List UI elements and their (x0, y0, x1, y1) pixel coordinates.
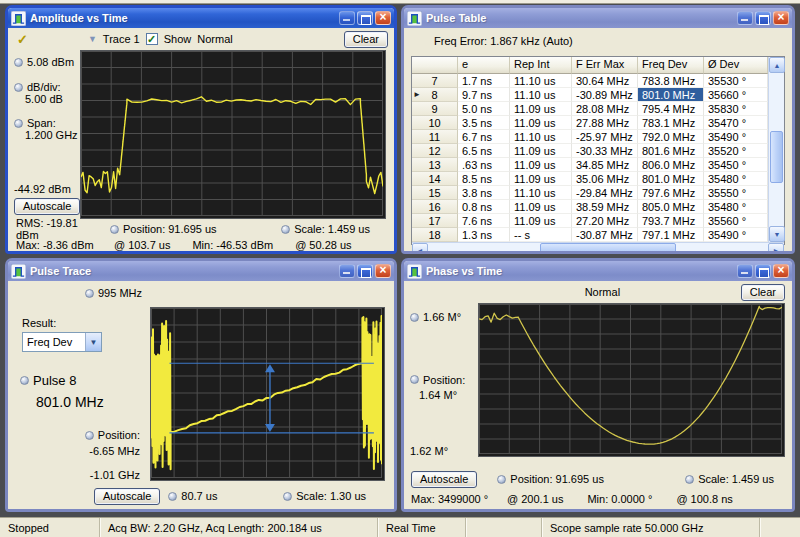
table-cell[interactable]: 35520 ° (704, 144, 768, 158)
table-cell[interactable]: 801.0 MHz (638, 88, 704, 102)
table-cell[interactable]: 35560 ° (704, 214, 768, 228)
top-scale-knob-icon[interactable] (85, 289, 94, 298)
table-cell[interactable]: 35470 ° (704, 116, 768, 130)
table-cell[interactable]: 11.09 us (510, 102, 572, 116)
table-cell[interactable]: 11.09 us (510, 116, 572, 130)
table-cell[interactable]: 11.09 us (510, 214, 572, 228)
table-cell[interactable]: 11.10 us (510, 88, 572, 102)
table-cell[interactable]: 27.20 MHz (572, 214, 638, 228)
scale-knob-icon[interactable] (685, 475, 694, 484)
horizontal-scrollbar[interactable]: ◄ ► (412, 242, 784, 254)
scale-knob-icon[interactable] (283, 492, 292, 501)
table-row[interactable]: 181.3 ns-- s-30.87 MHz797.1 MHz35490 ° (412, 228, 768, 242)
table-cell[interactable]: 34.85 MHz (572, 158, 638, 172)
table-cell[interactable]: 783.8 MHz (638, 74, 704, 88)
table-cell[interactable]: 35530 ° (704, 74, 768, 88)
position-knob-icon[interactable] (410, 375, 419, 384)
table-cell[interactable]: .63 ns (458, 158, 510, 172)
table-cell[interactable]: 11.09 us (510, 200, 572, 214)
table-row[interactable]: 126.5 ns11.09 us-30.33 MHz801.6 MHz35520… (412, 144, 768, 158)
trace-selector[interactable]: Trace 1 (103, 33, 140, 45)
table-cell[interactable]: 6.7 ns (458, 130, 510, 144)
table-cell[interactable]: 801.0 MHz (638, 172, 704, 186)
table-cell[interactable]: 35490 ° (704, 228, 768, 242)
row-number-cell[interactable]: 7 (412, 74, 458, 88)
close-button[interactable] (375, 264, 391, 278)
table-cell[interactable]: -30.89 MHz (572, 88, 638, 102)
result-combobox[interactable]: Freq Dev ▼ (22, 332, 102, 352)
table-cell[interactable]: 35480 ° (704, 172, 768, 186)
table-cell[interactable]: 7.6 ns (458, 214, 510, 228)
table-row[interactable]: 116.7 ns11.10 us-25.97 MHz792.0 MHz35490… (412, 130, 768, 144)
scroll-up-icon[interactable]: ▲ (769, 57, 785, 73)
table-cell[interactable]: -25.97 MHz (572, 130, 638, 144)
table-cell[interactable]: 11.10 us (510, 130, 572, 144)
maximize-button[interactable] (357, 264, 373, 278)
table-cell[interactable]: 801.6 MHz (638, 144, 704, 158)
table-cell[interactable]: 1.3 ns (458, 228, 510, 242)
clear-button[interactable]: Clear (741, 284, 785, 301)
dbdiv-knob-icon[interactable] (14, 83, 23, 92)
table-cell[interactable]: 795.4 MHz (638, 102, 704, 116)
vertical-scrollbar[interactable]: ▲ ▼ (768, 57, 784, 242)
table-cell[interactable]: 35.06 MHz (572, 172, 638, 186)
span-knob-icon[interactable] (14, 119, 23, 128)
table-cell[interactable]: 806.0 MHz (638, 158, 704, 172)
table-cell[interactable]: -30.87 MHz (572, 228, 638, 242)
column-header[interactable]: Freq Dev (638, 57, 704, 74)
table-cell[interactable]: 11.09 us (510, 158, 572, 172)
scroll-down-icon[interactable]: ▼ (769, 226, 785, 242)
table-cell[interactable]: 3.8 ns (458, 186, 510, 200)
maximize-button[interactable] (357, 11, 373, 25)
table-row[interactable]: 160.8 ns11.09 us38.59 MHz805.0 MHz35480 … (412, 200, 768, 214)
row-number-cell[interactable]: 13 (412, 158, 458, 172)
row-number-cell[interactable]: ►8 (412, 88, 458, 102)
row-number-cell[interactable]: 16 (412, 200, 458, 214)
row-number-cell[interactable]: 15 (412, 186, 458, 200)
autoscale-button[interactable]: Autoscale (94, 488, 160, 505)
titlebar-phase[interactable]: Phase vs Time (404, 261, 792, 281)
column-header[interactable]: Rep Int (510, 57, 572, 74)
top-scale-knob-icon[interactable] (410, 313, 419, 322)
table-cell[interactable]: 3.5 ns (458, 116, 510, 130)
table-cell[interactable]: 35450 ° (704, 158, 768, 172)
table-cell[interactable]: 5.0 ns (458, 102, 510, 116)
table-row[interactable]: ►89.7 ns11.10 us-30.89 MHz801.0 MHz35660… (412, 88, 768, 102)
titlebar-pulse-table[interactable]: Pulse Table (404, 8, 792, 28)
scroll-right-icon[interactable]: ► (768, 243, 784, 254)
vertical-scroll-track[interactable] (769, 73, 784, 226)
table-cell[interactable]: -- s (510, 228, 572, 242)
table-row[interactable]: 148.5 ns11.09 us35.06 MHz801.0 MHz35480 … (412, 172, 768, 186)
table-cell[interactable]: -29.84 MHz (572, 186, 638, 200)
table-cell[interactable]: 11.10 us (510, 186, 572, 200)
minimize-button[interactable] (339, 264, 355, 278)
table-cell[interactable]: 11.09 us (510, 144, 572, 158)
maximize-button[interactable] (755, 11, 771, 25)
table-cell[interactable]: -30.33 MHz (572, 144, 638, 158)
pulse-select-knob-icon[interactable] (20, 376, 29, 385)
autoscale-button[interactable]: Autoscale (411, 471, 477, 488)
position-knob-icon[interactable] (110, 225, 119, 234)
table-cell[interactable]: 30.64 MHz (572, 74, 638, 88)
scale-knob-icon[interactable] (281, 225, 290, 234)
row-number-cell[interactable]: 9 (412, 102, 458, 116)
table-cell[interactable]: 35550 ° (704, 186, 768, 200)
row-number-cell[interactable]: 11 (412, 130, 458, 144)
row-number-cell[interactable]: 18 (412, 228, 458, 242)
table-cell[interactable]: 783.1 MHz (638, 116, 704, 130)
row-number-cell[interactable]: 10 (412, 116, 458, 130)
horizontal-scroll-track[interactable] (428, 243, 768, 254)
table-cell[interactable]: 11.10 us (510, 74, 572, 88)
table-cell[interactable]: 805.0 MHz (638, 200, 704, 214)
table-cell[interactable]: 797.6 MHz (638, 186, 704, 200)
table-cell[interactable]: 0.8 ns (458, 200, 510, 214)
column-header[interactable]: F Err Max (572, 57, 638, 74)
vertical-scroll-thumb[interactable] (770, 131, 783, 183)
row-number-cell[interactable]: 17 (412, 214, 458, 228)
clear-button[interactable]: Clear (344, 31, 388, 48)
table-cell[interactable]: 793.7 MHz (638, 214, 704, 228)
table-row[interactable]: 153.8 ns11.10 us-29.84 MHz797.6 MHz35550… (412, 186, 768, 200)
column-header[interactable]: Ø Dev (704, 57, 768, 74)
table-cell[interactable]: 1.7 ns (458, 74, 510, 88)
titlebar-pulse-trace[interactable]: Pulse Trace (8, 261, 394, 281)
